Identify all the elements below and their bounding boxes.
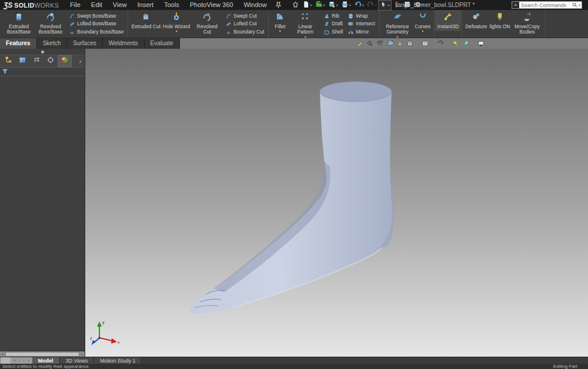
curves-button[interactable]: Curves▾: [413, 11, 432, 33]
tab-weldments[interactable]: Weldments: [103, 38, 145, 49]
tab-surfaces[interactable]: Surfaces: [67, 38, 102, 49]
panel-tab-feature-manager[interactable]: [2, 56, 15, 66]
tab-evaluate[interactable]: Evaluate: [145, 38, 180, 49]
open-button[interactable]: ▾: [314, 1, 326, 10]
step-forward-icon[interactable]: ›: [22, 357, 25, 364]
hole-wizard-button[interactable]: Hole Wizard▾: [162, 11, 191, 33]
mirror-icon: [348, 27, 354, 38]
panel-flyout-chevron-icon[interactable]: ›: [78, 58, 83, 65]
display-style-button[interactable]: [386, 40, 393, 47]
menu-item-file[interactable]: File: [65, 0, 86, 10]
skip-end-icon[interactable]: »: [26, 357, 31, 364]
step-back-icon[interactable]: ‹: [18, 357, 21, 364]
instant3d-label: Instant3D: [437, 24, 459, 29]
section-view-button[interactable]: [396, 40, 403, 47]
undo-button[interactable]: ▾: [353, 1, 365, 10]
scroll-left-icon[interactable]: ‹: [0, 351, 5, 357]
instant3d-button[interactable]: Instant3D: [436, 11, 460, 30]
ribbon-group-1: Extruded CutHole Wizard▾Revolved CutSwep…: [128, 10, 269, 38]
print-dropdown-icon[interactable]: ▾: [349, 3, 351, 7]
draft-label: Draft: [332, 21, 342, 26]
revolved-cut-button[interactable]: Revolved Cut: [191, 11, 223, 36]
scroll-right-icon[interactable]: ›: [79, 351, 85, 357]
edit-sketch-button[interactable]: [356, 40, 363, 47]
doc-tab-motion-study-1[interactable]: Motion Study 1: [94, 357, 142, 364]
panel-tab-strip: ›: [0, 55, 85, 68]
boundary-cut-button[interactable]: Boundary Cut: [224, 28, 265, 36]
save-button[interactable]: ▾: [327, 1, 339, 10]
boundary-boss-base-button[interactable]: Boundary Boss/Base: [68, 28, 125, 36]
panel-tab-display-manager[interactable]: [58, 56, 71, 66]
search-scope-icon[interactable]: »: [512, 2, 519, 8]
feature-tree[interactable]: [0, 78, 85, 351]
panel-tab-dimxpert-manager[interactable]: [44, 56, 57, 66]
fillet-dropdown-icon[interactable]: ▾: [279, 30, 281, 32]
reference-geometry-label: Reference Geometry: [383, 24, 412, 35]
reference-geometry-button[interactable]: Reference Geometry▾: [382, 11, 413, 39]
panel-tab-configuration-manager[interactable]: [30, 56, 43, 66]
hide-show-items-button[interactable]: [422, 40, 429, 47]
apply-scene-button[interactable]: [462, 40, 469, 47]
foot-model[interactable]: [85, 49, 588, 357]
mirror-button[interactable]: Mirror: [346, 28, 376, 36]
ribbon-group-0: Extruded Boss/BaseRevolved Boss/BaseSwep…: [1, 10, 128, 38]
menu-item-view[interactable]: View: [108, 0, 132, 10]
defeature-button[interactable]: Defeature: [464, 11, 488, 30]
tab-scroll-pad: [1, 357, 11, 364]
ribbon-stack-2-small: RibDraftShell: [321, 11, 345, 37]
fillet-button[interactable]: Fillet▾: [270, 11, 289, 33]
swept-boss-base-button[interactable]: Swept Boss/Base: [68, 12, 125, 20]
home-button[interactable]: [290, 1, 300, 10]
edit-appearance-button[interactable]: [452, 40, 459, 47]
search-dropdown-icon[interactable]: ▾: [579, 3, 580, 7]
rotate-view-button[interactable]: [437, 40, 444, 47]
graphics-viewport[interactable]: y x z: [85, 49, 588, 357]
curves-dropdown-icon[interactable]: ▾: [422, 30, 423, 32]
tab-sketch[interactable]: Sketch: [37, 38, 68, 49]
filter-funnel-icon[interactable]: [2, 66, 8, 77]
view-orientation-button[interactable]: [406, 40, 413, 47]
swept-boss-base-label: Swept Boss/Base: [77, 14, 116, 19]
move-copy-bodies-button[interactable]: Move/Copy Bodies: [512, 11, 543, 36]
revolved-boss-base-button[interactable]: Revolved Boss/Base: [35, 11, 66, 36]
new-document-button[interactable]: ▾: [301, 1, 313, 10]
print-button[interactable]: ▾: [340, 1, 352, 10]
search-input[interactable]: [519, 2, 572, 8]
hud-group-0: [356, 40, 413, 47]
shell-icon: [323, 27, 330, 38]
menu-item-edit[interactable]: Edit: [86, 0, 108, 10]
doc-tab-model[interactable]: Model: [32, 357, 60, 364]
new-document-dropdown-icon[interactable]: ▾: [310, 3, 312, 7]
open-dropdown-icon[interactable]: ▾: [323, 3, 325, 7]
view-orientation-icon: [406, 40, 413, 47]
panel-splitter-handle[interactable]: [41, 51, 44, 53]
menu-item-insert[interactable]: Insert: [132, 0, 159, 10]
doc-tab-3d-views[interactable]: 3D Views: [60, 357, 95, 364]
lofted-boss-base-button[interactable]: Lofted Boss/Base: [68, 21, 125, 28]
extruded-boss-base-button[interactable]: Extruded Boss/Base: [3, 11, 35, 36]
undo-dropdown-icon[interactable]: ▾: [362, 3, 364, 7]
linear-pattern-button[interactable]: Linear Pattern▾: [289, 11, 321, 39]
extruded-cut-button[interactable]: Extruded Cut: [130, 11, 162, 30]
lights-on-button[interactable]: lights ON: [489, 11, 512, 30]
panel-horizontal-scrollbar[interactable]: ‹ ›: [0, 351, 85, 357]
view-settings-button[interactable]: [477, 40, 485, 47]
tab-features[interactable]: Features: [0, 38, 37, 49]
defeature-icon: [472, 12, 481, 24]
menu-item-tools[interactable]: Tools: [159, 0, 185, 10]
brand-solid: SOLID: [14, 2, 34, 9]
save-dropdown-icon[interactable]: ▾: [336, 3, 338, 7]
hole-wizard-dropdown-icon[interactable]: ▾: [176, 30, 178, 32]
zoom-area-button[interactable]: [376, 40, 383, 47]
scrollbar-track[interactable]: [5, 352, 79, 357]
panel-tab-property-manager[interactable]: [16, 56, 29, 66]
solidworks-logo: ƷS SOLID WORKS: [4, 1, 59, 9]
menu-item-photoview-360[interactable]: PhotoView 360: [185, 0, 239, 10]
pin-icon[interactable]: [276, 2, 281, 8]
menu-item-window[interactable]: Window: [238, 0, 272, 10]
triad-z-label: z: [90, 336, 92, 340]
search-icon[interactable]: [572, 2, 577, 8]
skip-start-icon[interactable]: «: [12, 357, 17, 364]
zoom-fit-button[interactable]: [366, 40, 373, 47]
shell-button[interactable]: Shell: [322, 28, 344, 36]
